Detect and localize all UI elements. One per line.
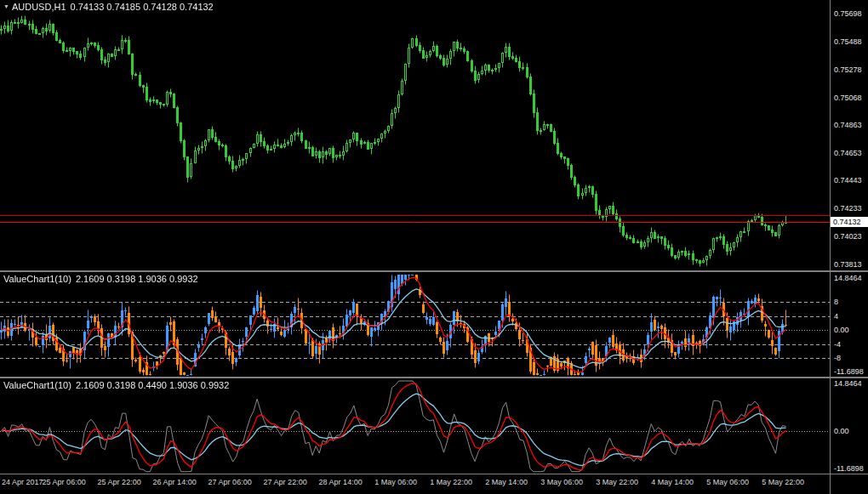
valuechart-candles-canvas[interactable]	[0, 272, 830, 377]
time-axis[interactable]: 24 Apr 201725 Apr 06:0025 Apr 22:0026 Ap…	[0, 474, 830, 494]
scale-separator	[830, 0, 831, 494]
time-axis-label: 26 Apr 14:00	[153, 478, 197, 486]
scale-label: 0.00	[834, 326, 849, 334]
panel-divider[interactable]	[0, 377, 868, 378]
current-price-tag: 0.74132	[830, 217, 868, 227]
scale-label: 0.00	[834, 427, 849, 435]
scale-label: 0.75278	[834, 65, 862, 74]
scale-label: 0.74863	[834, 121, 862, 129]
indicator-values: 2.1609 0.3198 1.9036 0.9932	[76, 274, 198, 284]
scale-label: 0.75698	[834, 9, 862, 18]
time-axis-label: 1 May 06:00	[374, 478, 417, 486]
time-axis-label: 1 May 22:00	[430, 478, 472, 486]
time-axis-label: 5 May 06:00	[706, 478, 749, 486]
time-axis-label: 28 Apr 14:00	[319, 478, 363, 486]
time-axis-label: 25 Apr 06:00	[43, 478, 86, 486]
indicator-title-middle: ValueChart1(10)2.1609 0.3198 1.9036 0.99…	[3, 274, 198, 284]
indicator-title-bottom: ValueChart1(10)2.1609 0.3198 0.4490 1.90…	[3, 380, 229, 390]
time-axis-label: 27 Apr 06:00	[208, 478, 252, 486]
valuechart-line-panel: ValueChart1(10)2.1609 0.3198 0.4490 1.90…	[0, 378, 830, 474]
time-axis-label: 5 May 22:00	[762, 478, 804, 486]
time-axis-label: 4 May 14:00	[651, 478, 694, 486]
axis-divider[interactable]	[0, 474, 868, 474]
scale-label: 0.73813	[834, 260, 862, 269]
chart-symbol-period: AUDUSD,H1	[12, 2, 66, 12]
time-axis-label: 3 May 06:00	[540, 478, 583, 486]
time-axis-label: 25 Apr 22:00	[98, 478, 141, 486]
scale-label: 14.8464	[834, 379, 862, 388]
chart-title: ▼AUDUSD,H10.74133 0.74185 0.74128 0.7413…	[3, 2, 214, 12]
scale-label: 8	[834, 298, 838, 306]
panel-divider[interactable]	[0, 270, 868, 272]
scale-label: 0.74023	[834, 232, 862, 241]
indicator-scale-middle[interactable]: 14.8464840.00-4-8-11.6898	[830, 272, 868, 377]
scale-label: 4	[834, 312, 838, 321]
indicator-scale-bottom[interactable]: 14.84640.00-11.6898	[830, 378, 868, 474]
price-chart-canvas[interactable]	[0, 0, 830, 270]
scale-label: 0.75068	[834, 94, 862, 102]
mt4-chart-window: ▼AUDUSD,H10.74133 0.74185 0.74128 0.7413…	[0, 0, 868, 494]
indicator-name: ValueChart1(10)	[3, 274, 71, 284]
scale-label: 0.74443	[834, 176, 862, 185]
indicator-values: 2.1609 0.3198 0.4490 1.9036 0.9932	[76, 380, 229, 390]
indicator-name: ValueChart1(10)	[3, 380, 71, 390]
main-price-panel: ▼AUDUSD,H10.74133 0.74185 0.74128 0.7413…	[0, 0, 830, 270]
symbol-dropdown-icon[interactable]: ▼	[3, 3, 9, 9]
time-axis-label: 2 May 14:00	[485, 478, 528, 486]
scale-label: -4	[834, 340, 841, 349]
scale-label: 14.8464	[834, 274, 862, 282]
scale-label: 0.74233	[834, 204, 862, 213]
chart-ohlc-values: 0.74133 0.74185 0.74128 0.74132	[71, 2, 214, 12]
scale-label: -11.6898	[834, 464, 864, 473]
scale-label: -8	[834, 354, 841, 362]
price-scale[interactable]: 0.74132 0.756980.754880.752780.750680.74…	[830, 0, 868, 270]
valuechart-lines-canvas[interactable]	[0, 378, 830, 474]
time-axis-label: 3 May 22:00	[596, 478, 638, 486]
scale-label: -11.6898	[834, 367, 864, 376]
time-axis-label: 24 Apr 2017	[2, 478, 43, 486]
scale-label: 0.75488	[834, 37, 862, 46]
valuechart-candle-panel: ValueChart1(10)2.1609 0.3198 1.9036 0.99…	[0, 272, 830, 377]
scale-label: 0.74653	[834, 149, 862, 157]
time-axis-label: 27 Apr 22:00	[264, 478, 307, 486]
